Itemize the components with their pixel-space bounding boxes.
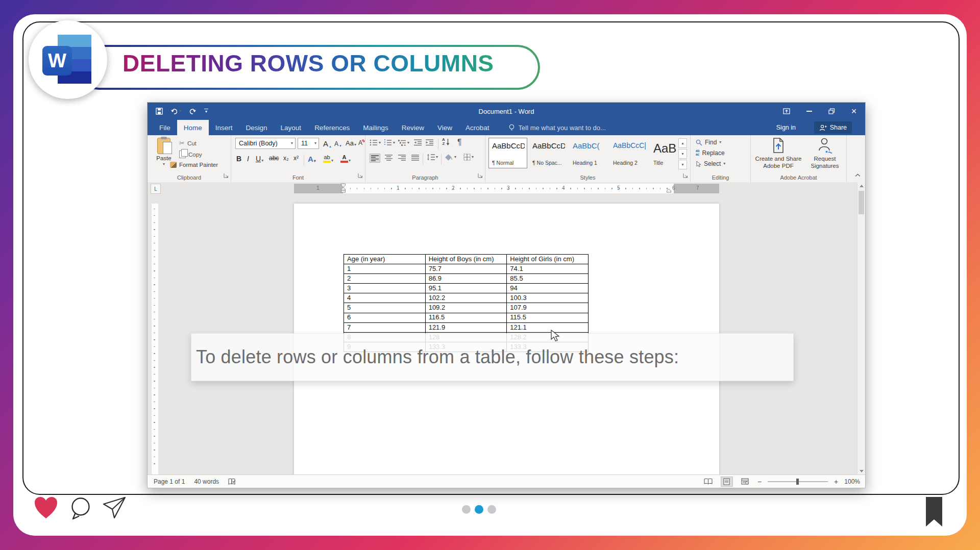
table-header-cell[interactable]: Height of Girls (in cm) — [507, 255, 589, 264]
word-count-label[interactable]: 40 words — [194, 478, 219, 485]
table-cell[interactable]: 6 — [344, 313, 426, 322]
font-name-select[interactable]: Calibri (Body)▾ — [235, 138, 296, 149]
format-painter-button[interactable]: Format Painter — [170, 162, 218, 168]
tab-references[interactable]: References — [308, 120, 356, 135]
print-layout-button[interactable] — [721, 477, 733, 487]
share-button[interactable]: Share — [814, 121, 852, 134]
tellme-box[interactable]: Tell me what you want to do... — [508, 120, 606, 135]
underline-button[interactable]: U▾ — [256, 155, 263, 163]
line-spacing-button[interactable]: ▾ — [427, 154, 438, 161]
bullets-button[interactable]: ▾ — [370, 139, 381, 146]
read-mode-button[interactable] — [702, 477, 715, 487]
carousel-dot[interactable] — [487, 505, 496, 514]
table-cell[interactable]: 86.9 — [425, 274, 507, 284]
strikethrough-button[interactable]: abc — [269, 155, 279, 162]
table-cell[interactable]: 116.5 — [425, 313, 507, 322]
dialog-launcher-font[interactable] — [358, 172, 363, 180]
request-signatures-button[interactable]: RequestSignatures — [806, 137, 844, 170]
signin-link[interactable]: Sign in — [776, 120, 796, 135]
decrease-indent-button[interactable] — [414, 139, 422, 146]
copy-button[interactable]: Copy — [179, 151, 202, 158]
tab-insert[interactable]: Insert — [209, 120, 239, 135]
carousel-dot[interactable] — [475, 505, 483, 514]
table-cell[interactable]: 85.5 — [507, 274, 589, 284]
style-normal[interactable]: AaBbCcDc¶ Normal — [488, 138, 527, 168]
align-left-button[interactable] — [370, 154, 380, 163]
table-cell[interactable]: 107.9 — [507, 303, 589, 313]
shading-button[interactable]: ▾ — [445, 154, 456, 161]
table-cell[interactable]: 3 — [344, 284, 426, 293]
numbering-button[interactable]: ▾ — [384, 139, 395, 146]
create-pdf-button[interactable]: Create and ShareAdobe PDF — [754, 137, 803, 170]
tab-file[interactable]: File — [153, 120, 177, 135]
table-header-cell[interactable]: Height of Boys (in cm) — [425, 255, 507, 264]
right-indent-marker[interactable] — [666, 187, 672, 194]
table-cell[interactable]: 75.7 — [425, 264, 507, 274]
left-indent-marker[interactable] — [340, 183, 346, 195]
tab-mailings[interactable]: Mailings — [356, 120, 395, 135]
table-cell[interactable]: 121.9 — [425, 322, 507, 332]
grow-font-button[interactable]: A▲ — [323, 139, 332, 148]
style-no-spac[interactable]: AaBbCcDc¶ No Spac... — [529, 138, 568, 168]
table-cell[interactable]: 4 — [344, 293, 426, 303]
superscript-button[interactable]: x² — [293, 155, 299, 162]
highlight-button[interactable]: ab▾ — [323, 155, 333, 163]
paste-dropdown-arrow[interactable]: ▾ — [163, 162, 165, 166]
paste-button[interactable]: Paste ▾ — [152, 138, 176, 174]
scroll-thumb[interactable] — [859, 191, 864, 214]
align-center-button[interactable] — [385, 155, 393, 161]
styles-scroll-up[interactable]: ▲ — [678, 138, 687, 148]
dialog-launcher-styles[interactable] — [683, 172, 688, 180]
table-cell[interactable]: 102.2 — [425, 293, 507, 303]
table-cell[interactable]: 109.2 — [425, 303, 507, 313]
cut-button[interactable]: ✂ Cut — [179, 139, 197, 147]
table-cell[interactable]: 5 — [344, 303, 426, 313]
font-color-button[interactable]: A▾ — [340, 155, 351, 163]
like-button[interactable] — [34, 496, 58, 520]
shrink-font-button[interactable]: A▼ — [334, 140, 342, 147]
dialog-launcher-clipboard[interactable] — [224, 172, 229, 180]
styles-scroll-down[interactable]: ▼ — [678, 149, 687, 159]
tab-layout[interactable]: Layout — [274, 120, 308, 135]
table-cell[interactable]: 74.1 — [507, 264, 589, 274]
style-heading-2[interactable]: AaBbCcC[Heading 2 — [609, 138, 648, 168]
subscript-button[interactable]: x₂ — [283, 155, 289, 162]
zoom-in-button[interactable]: + — [834, 478, 838, 486]
find-button[interactable]: Find▾ — [696, 139, 721, 146]
increase-indent-button[interactable] — [426, 139, 433, 146]
zoom-slider-thumb[interactable] — [796, 479, 799, 485]
table-cell[interactable]: 100.3 — [507, 293, 589, 303]
tab-selector[interactable]: L — [151, 184, 161, 194]
text-effects-button[interactable]: A▾ — [308, 155, 316, 163]
justify-button[interactable] — [411, 155, 419, 161]
change-case-button[interactable]: Aa▾ — [346, 139, 356, 147]
italic-button[interactable]: I — [247, 155, 249, 163]
replace-button[interactable]: abac Replace — [696, 149, 725, 157]
styles-more-button[interactable]: ▼ — [678, 160, 687, 169]
bookmark-button[interactable] — [925, 496, 944, 529]
carousel-dot[interactable] — [462, 505, 471, 514]
borders-button[interactable]: ▾ — [463, 154, 474, 161]
font-size-select[interactable]: 11▾ — [298, 138, 319, 149]
bold-button[interactable]: B — [236, 155, 241, 163]
zoom-slider[interactable] — [768, 481, 828, 482]
zoom-out-button[interactable]: − — [757, 478, 762, 486]
share-post-button[interactable] — [102, 496, 127, 519]
select-button[interactable]: Select▾ — [696, 160, 725, 167]
proofing-icon[interactable] — [228, 478, 236, 485]
table-cell[interactable]: 1 — [344, 264, 426, 274]
ribbon-collapse-button[interactable] — [855, 171, 861, 179]
tab-home[interactable]: Home — [177, 120, 209, 135]
zoom-level-label[interactable]: 100% — [844, 478, 860, 485]
tab-acrobat[interactable]: Acrobat — [459, 120, 496, 135]
tab-review[interactable]: Review — [395, 120, 431, 135]
style-heading-1[interactable]: AaBbC(Heading 1 — [569, 138, 608, 168]
tab-design[interactable]: Design — [239, 120, 274, 135]
table-cell[interactable]: 95.1 — [425, 284, 507, 293]
table-cell[interactable]: 115.5 — [507, 313, 589, 322]
align-right-button[interactable] — [398, 155, 406, 161]
sort-button[interactable]: AZ — [442, 138, 450, 146]
table-cell[interactable]: 94 — [507, 284, 589, 293]
table-header-cell[interactable]: Age (in year) — [344, 255, 426, 264]
vertical-scrollbar[interactable] — [857, 182, 865, 475]
